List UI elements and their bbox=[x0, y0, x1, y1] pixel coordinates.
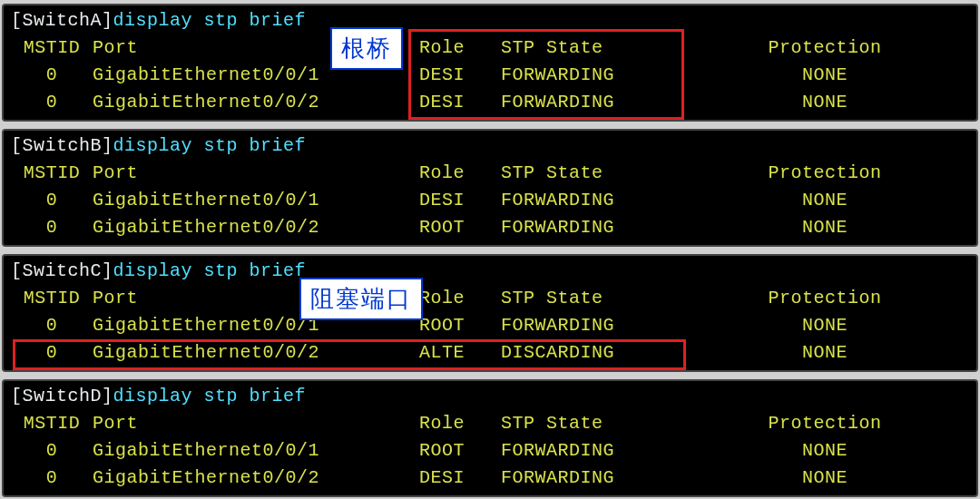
cell-role: ROOT bbox=[419, 437, 501, 465]
cell-role: ROOT bbox=[419, 312, 501, 339]
col-role: Role bbox=[419, 34, 501, 62]
table-row: 0 GigabitEthernet0/0/1 ROOT FORWARDING N… bbox=[4, 437, 976, 465]
cell-port: GigabitEthernet0/0/2 bbox=[93, 339, 419, 367]
col-stp-state: STP State bbox=[501, 34, 673, 62]
panel-switch-d: [SwitchD]display stp brief MSTID Port Ro… bbox=[2, 379, 978, 497]
cell-state: FORWARDING bbox=[501, 465, 673, 492]
command: display stp brief bbox=[113, 386, 307, 406]
cell-mstid: 0 bbox=[11, 89, 93, 116]
cell-protection: NONE bbox=[673, 312, 976, 339]
cell-protection: NONE bbox=[673, 214, 976, 241]
cell-protection: NONE bbox=[673, 89, 976, 116]
panel-switch-c: [SwitchC]display stp brief MSTID Port Ro… bbox=[2, 254, 978, 372]
cell-role: DESI bbox=[419, 62, 501, 89]
cell-state: FORWARDING bbox=[501, 187, 673, 214]
cell-state: FORWARDING bbox=[501, 312, 673, 339]
cmd-line: [SwitchB]display stp brief bbox=[4, 132, 976, 160]
command: display stp brief bbox=[113, 135, 307, 156]
cell-port: GigabitEthernet0/0/1 bbox=[93, 437, 419, 465]
cell-role: DESI bbox=[419, 89, 501, 116]
col-protection: Protection bbox=[673, 285, 976, 312]
command: display stp brief bbox=[113, 10, 307, 31]
table-row: 0 GigabitEthernet0/0/1 ROOT FORWARDING N… bbox=[4, 312, 976, 339]
command: display stp brief bbox=[113, 260, 307, 281]
cell-protection: NONE bbox=[673, 62, 976, 89]
cell-protection: NONE bbox=[673, 339, 976, 367]
cell-role: ROOT bbox=[419, 214, 501, 241]
cell-state: FORWARDING bbox=[501, 437, 673, 465]
cell-protection: NONE bbox=[673, 187, 976, 214]
cell-state: FORWARDING bbox=[501, 62, 673, 89]
cell-port: GigabitEthernet0/0/2 bbox=[93, 465, 419, 492]
table-header: MSTID Port Role STP State Protection bbox=[4, 285, 976, 312]
col-port: Port bbox=[93, 410, 419, 437]
panel-switch-b: [SwitchB]display stp brief MSTID Port Ro… bbox=[2, 129, 978, 247]
col-protection: Protection bbox=[673, 34, 976, 62]
table-row: 0 GigabitEthernet0/0/2 DESI FORWARDING N… bbox=[4, 89, 976, 116]
cell-state: FORWARDING bbox=[501, 89, 673, 116]
table-row: 0 GigabitEthernet0/0/2 ROOT FORWARDING N… bbox=[4, 214, 976, 241]
col-protection: Protection bbox=[673, 410, 976, 437]
cell-mstid: 0 bbox=[11, 465, 93, 492]
cell-port: GigabitEthernet0/0/2 bbox=[93, 89, 419, 116]
cmd-line: [SwitchA]display stp brief bbox=[4, 7, 976, 34]
col-mstid: MSTID bbox=[11, 34, 93, 62]
col-mstid: MSTID bbox=[11, 410, 93, 437]
cell-mstid: 0 bbox=[11, 214, 93, 241]
cell-protection: NONE bbox=[673, 465, 976, 492]
col-role: Role bbox=[419, 410, 501, 437]
cell-role: ALTE bbox=[419, 339, 501, 367]
table-header: MSTID Port Role STP State Protection bbox=[4, 160, 976, 187]
table-header: MSTID Port Role STP State Protection bbox=[4, 410, 976, 437]
cell-state: FORWARDING bbox=[501, 214, 673, 241]
terminal-screenshot: [SwitchA]display stp brief MSTID Port Ro… bbox=[0, 0, 980, 499]
cell-mstid: 0 bbox=[11, 339, 93, 367]
cell-port: GigabitEthernet0/0/2 bbox=[93, 214, 419, 241]
callout-blocked-port: 阻塞端口 bbox=[299, 278, 423, 320]
col-role: Role bbox=[419, 160, 501, 187]
col-protection: Protection bbox=[673, 160, 976, 187]
prompt: [SwitchB] bbox=[11, 135, 113, 156]
prompt: [SwitchA] bbox=[11, 10, 113, 31]
cmd-line: [SwitchC]display stp brief bbox=[4, 258, 976, 285]
prompt: [SwitchD] bbox=[11, 386, 113, 406]
col-role: Role bbox=[419, 285, 501, 312]
cell-mstid: 0 bbox=[11, 62, 93, 89]
table-row: 0 GigabitEthernet0/0/1 DESI FORWARDING N… bbox=[4, 62, 976, 89]
table-row: 0 GigabitEthernet0/0/2 ALTE DISCARDING N… bbox=[4, 339, 976, 367]
cell-mstid: 0 bbox=[11, 187, 93, 214]
cell-protection: NONE bbox=[673, 437, 976, 465]
col-port: Port bbox=[93, 160, 419, 187]
col-stp-state: STP State bbox=[501, 160, 673, 187]
cell-state: DISCARDING bbox=[501, 339, 673, 367]
callout-root-bridge: 根桥 bbox=[330, 27, 403, 70]
cell-mstid: 0 bbox=[11, 312, 93, 339]
col-stp-state: STP State bbox=[501, 410, 673, 437]
col-stp-state: STP State bbox=[501, 285, 673, 312]
col-mstid: MSTID bbox=[11, 285, 93, 312]
table-row: 0 GigabitEthernet0/0/1 DESI FORWARDING N… bbox=[4, 187, 976, 214]
table-header: MSTID Port Role STP State Protection bbox=[4, 34, 976, 62]
cell-role: DESI bbox=[419, 187, 501, 214]
prompt: [SwitchC] bbox=[11, 260, 113, 281]
cell-role: DESI bbox=[419, 465, 501, 492]
table-row: 0 GigabitEthernet0/0/2 DESI FORWARDING N… bbox=[4, 465, 976, 492]
cell-port: GigabitEthernet0/0/1 bbox=[93, 187, 419, 214]
cmd-line: [SwitchD]display stp brief bbox=[4, 383, 976, 410]
panel-switch-a: [SwitchA]display stp brief MSTID Port Ro… bbox=[2, 4, 978, 122]
col-mstid: MSTID bbox=[11, 160, 93, 187]
cell-mstid: 0 bbox=[11, 437, 93, 465]
